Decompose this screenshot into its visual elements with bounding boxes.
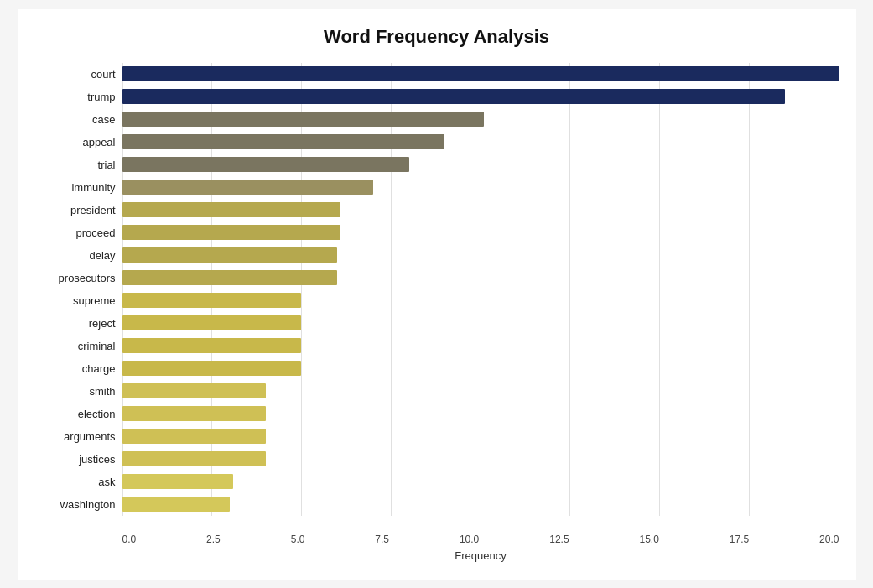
bar (122, 474, 234, 489)
y-label: case (92, 114, 115, 125)
x-tick: 15.0 (640, 533, 659, 545)
y-axis-labels: courttrumpcaseappealtrialimmunitypreside… (34, 63, 122, 516)
bar (122, 383, 266, 398)
bar (122, 293, 302, 308)
bar-row (122, 472, 839, 491)
x-tick: 7.5 (375, 533, 389, 545)
y-label: court (91, 69, 116, 80)
bar (122, 89, 786, 104)
y-label: criminal (78, 341, 116, 351)
bar (122, 497, 230, 512)
bar (122, 451, 266, 466)
bar (122, 361, 302, 376)
bar-row (122, 404, 839, 423)
bar-row (122, 110, 839, 128)
bar (122, 406, 266, 421)
bar-row (122, 178, 839, 196)
x-tick: 0.0 (122, 533, 137, 545)
bar-row (122, 314, 839, 332)
bars-and-grid: 0.02.55.07.510.012.515.017.520.0 Frequen… (122, 63, 839, 516)
x-tick: 12.5 (549, 533, 569, 545)
bar (122, 180, 373, 195)
bar-row (122, 495, 839, 513)
y-label: delay (89, 250, 115, 261)
bar (122, 338, 302, 353)
y-label: washington (60, 499, 116, 510)
bar-row (122, 133, 839, 151)
bar-row (122, 223, 839, 242)
y-label: election (78, 408, 116, 419)
bar-row (122, 336, 839, 355)
bar (122, 66, 839, 81)
bar (122, 429, 266, 444)
bars-wrapper (122, 63, 839, 516)
x-axis: 0.02.55.07.510.012.515.017.520.0 (122, 533, 839, 545)
y-label: president (70, 205, 115, 216)
y-label: prosecutors (59, 273, 116, 284)
y-label: trump (87, 91, 115, 102)
bar (122, 157, 409, 172)
x-tick: 17.5 (730, 533, 749, 545)
chart-container: Word Frequency Analysis courttrumpcaseap… (18, 9, 856, 580)
y-label: justices (79, 454, 115, 465)
y-label: immunity (71, 182, 115, 193)
bar-row (122, 246, 839, 264)
bar-row (122, 427, 839, 445)
bar-row (122, 65, 839, 83)
bar (122, 315, 302, 330)
bar-row (122, 359, 839, 377)
x-axis-label: Frequency (455, 549, 506, 562)
y-label: supreme (73, 295, 116, 306)
chart-title: Word Frequency Analysis (34, 26, 839, 48)
y-label: smith (89, 386, 115, 397)
bar-row (122, 87, 839, 106)
bar (122, 270, 338, 285)
x-tick: 2.5 (206, 533, 221, 545)
y-label: ask (98, 476, 115, 487)
bar (122, 247, 338, 263)
y-label: arguments (64, 431, 115, 442)
bar (122, 112, 485, 127)
bar-row (122, 450, 839, 468)
bar-row (122, 382, 839, 400)
bar (122, 225, 341, 240)
x-tick: 10.0 (460, 533, 479, 545)
bar-row (122, 155, 839, 174)
y-label: reject (89, 318, 116, 329)
bar (122, 202, 341, 217)
y-label: proceed (76, 227, 116, 238)
x-tick: 5.0 (291, 533, 305, 545)
bar (122, 134, 445, 149)
x-tick: 20.0 (819, 533, 839, 545)
bar-row (122, 268, 839, 287)
chart-area: courttrumpcaseappealtrialimmunitypreside… (34, 63, 839, 516)
y-label: charge (82, 363, 116, 374)
y-label: trial (98, 159, 116, 170)
bar-row (122, 291, 839, 310)
bar-row (122, 200, 839, 219)
y-label: appeal (82, 137, 115, 148)
